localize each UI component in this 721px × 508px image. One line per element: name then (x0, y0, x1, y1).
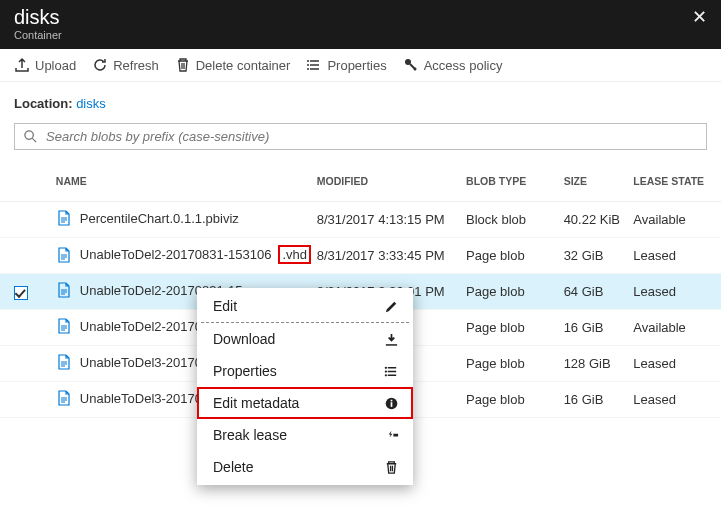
blob-name: PercentileChart.0.1.1.pbiviz (80, 211, 239, 226)
blob-lease: Leased (633, 356, 707, 371)
blob-lease: Leased (633, 248, 707, 263)
blob-type: Page blob (466, 284, 564, 299)
blob-type: Page blob (466, 356, 564, 371)
svg-point-0 (307, 60, 309, 62)
blob-type: Page blob (466, 320, 564, 335)
menu-properties[interactable]: Properties (197, 355, 413, 387)
blob-size: 40.22 KiB (564, 212, 634, 227)
blade-subtitle: Container (14, 29, 62, 41)
menu-properties-label: Properties (213, 363, 277, 379)
menu-edit-label: Edit (213, 298, 237, 314)
access-policy-label: Access policy (424, 58, 503, 73)
svg-point-5 (385, 366, 387, 368)
menu-break-lease-label: Break lease (213, 427, 287, 443)
upload-button[interactable]: Upload (14, 57, 76, 73)
table-row[interactable]: UnableToDel2-20170831-153106.vhd8/31/201… (0, 238, 721, 274)
delete-container-label: Delete container (196, 58, 291, 73)
blob-lease: Leased (633, 284, 707, 299)
column-name[interactable]: Name (48, 175, 317, 187)
svg-point-4 (25, 131, 33, 139)
blob-type: Page blob (466, 392, 564, 407)
blob-ext-highlight: .vhd (278, 245, 311, 264)
menu-delete-label: Delete (213, 459, 253, 475)
trash-icon (175, 57, 191, 73)
svg-rect-10 (391, 399, 393, 401)
break-icon (384, 428, 399, 443)
table-row[interactable]: PercentileChart.0.1.1.pbiviz8/31/2017 4:… (0, 202, 721, 238)
properties-icon (384, 364, 399, 379)
svg-point-6 (385, 370, 387, 372)
blob-size: 32 GiB (564, 248, 634, 263)
grid-header: Name Modified Blob Type Size Lease State (0, 160, 721, 202)
menu-break-lease[interactable]: Break lease (197, 419, 413, 451)
location-label: Location: (14, 96, 73, 111)
properties-label: Properties (327, 58, 386, 73)
access-policy-button[interactable]: Access policy (403, 57, 503, 73)
pencil-icon (384, 299, 399, 314)
upload-label: Upload (35, 58, 76, 73)
column-lease[interactable]: Lease State (633, 175, 707, 187)
upload-icon (14, 57, 30, 73)
close-icon[interactable]: ✕ (692, 6, 707, 28)
blob-lease: Available (633, 320, 707, 335)
svg-point-2 (307, 68, 309, 70)
svg-rect-9 (391, 402, 393, 407)
refresh-button[interactable]: Refresh (92, 57, 159, 73)
column-size[interactable]: Size (564, 175, 634, 187)
blob-modified: 8/31/2017 3:33:45 PM (317, 248, 466, 263)
blade-title: disks (14, 6, 62, 28)
blob-size: 16 GiB (564, 392, 634, 407)
blob-lease: Available (633, 212, 707, 227)
info-icon (384, 396, 399, 411)
list-icon (306, 57, 322, 73)
location-link[interactable]: disks (76, 96, 106, 111)
menu-edit-metadata[interactable]: Edit metadata (197, 387, 413, 419)
location-row: Location: disks (0, 82, 721, 123)
download-icon (384, 332, 399, 347)
blob-type: Block blob (466, 212, 564, 227)
delete-icon (384, 460, 399, 475)
menu-edit-metadata-label: Edit metadata (213, 395, 299, 411)
key-icon (403, 57, 419, 73)
column-blobtype[interactable]: Blob Type (466, 175, 564, 187)
refresh-label: Refresh (113, 58, 159, 73)
column-modified[interactable]: Modified (317, 175, 466, 187)
search-placeholder: Search blobs by prefix (case-sensitive) (46, 129, 269, 144)
menu-download[interactable]: Download (197, 323, 413, 355)
blob-size: 16 GiB (564, 320, 634, 335)
menu-download-label: Download (213, 331, 275, 347)
search-input[interactable]: Search blobs by prefix (case-sensitive) (14, 123, 707, 150)
properties-button[interactable]: Properties (306, 57, 386, 73)
menu-edit[interactable]: Edit (197, 290, 413, 322)
delete-container-button[interactable]: Delete container (175, 57, 291, 73)
svg-point-7 (385, 374, 387, 376)
blob-type: Page blob (466, 248, 564, 263)
search-icon (23, 129, 38, 144)
svg-point-1 (307, 64, 309, 66)
refresh-icon (92, 57, 108, 73)
menu-delete[interactable]: Delete (197, 451, 413, 483)
row-checkbox[interactable] (14, 286, 28, 300)
blob-lease: Leased (633, 392, 707, 407)
blob-size: 64 GiB (564, 284, 634, 299)
blob-modified: 8/31/2017 4:13:15 PM (317, 212, 466, 227)
blade-header: disks Container ✕ (0, 0, 721, 49)
command-bar: Upload Refresh Delete container Properti… (0, 49, 721, 82)
blob-size: 128 GiB (564, 356, 634, 371)
blob-name: UnableToDel2-20170831-153106 (80, 247, 272, 262)
context-menu: Edit Download Properties Edit metadata B… (197, 288, 413, 485)
